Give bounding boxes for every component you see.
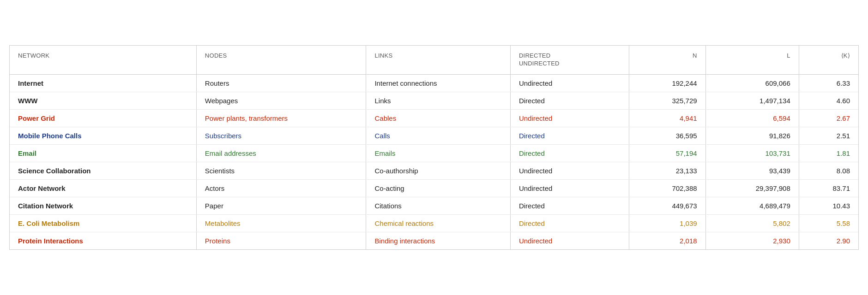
cell-directed: Undirected: [510, 232, 629, 249]
cell-nodes: Proteins: [196, 232, 366, 249]
cell-network: WWW: [10, 92, 196, 109]
cell-nodes: Scientists: [196, 162, 366, 179]
header-row: NETWORK NODES LINKS DIRECTED UNDIRECTED …: [10, 46, 858, 74]
cell-network: Protein Interactions: [10, 232, 196, 249]
cell-n: 325,729: [629, 92, 705, 109]
cell-links: Emails: [366, 144, 510, 162]
cell-k: 8.08: [799, 162, 858, 179]
cell-links: Co-acting: [366, 179, 510, 197]
cell-links: Co-authorship: [366, 162, 510, 179]
cell-directed: Undirected: [510, 162, 629, 179]
header-l: L: [705, 46, 799, 74]
header-nodes: NODES: [196, 46, 366, 74]
cell-nodes: Power plants, transformers: [196, 109, 366, 127]
cell-nodes: Email addresses: [196, 144, 366, 162]
cell-n: 702,388: [629, 179, 705, 197]
cell-k: 2.90: [799, 232, 858, 249]
cell-network: Internet: [10, 74, 196, 92]
cell-k: 2.67: [799, 109, 858, 127]
cell-l: 5,802: [705, 214, 799, 232]
cell-n: 36,595: [629, 127, 705, 144]
cell-directed: Undirected: [510, 179, 629, 197]
cell-n: 2,018: [629, 232, 705, 249]
cell-l: 91,826: [705, 127, 799, 144]
table-row: InternetRoutersInternet connectionsUndir…: [10, 74, 858, 92]
cell-l: 609,066: [705, 74, 799, 92]
cell-nodes: Routers: [196, 74, 366, 92]
cell-n: 192,244: [629, 74, 705, 92]
cell-directed: Directed: [510, 127, 629, 144]
cell-nodes: Subscribers: [196, 127, 366, 144]
cell-l: 4,689,479: [705, 197, 799, 214]
cell-network: Citation Network: [10, 197, 196, 214]
cell-k: 4.60: [799, 92, 858, 109]
cell-n: 57,194: [629, 144, 705, 162]
network-table-wrapper: NETWORK NODES LINKS DIRECTED UNDIRECTED …: [9, 45, 859, 250]
cell-directed: Undirected: [510, 109, 629, 127]
cell-network: Power Grid: [10, 109, 196, 127]
cell-nodes: Actors: [196, 179, 366, 197]
cell-links: Calls: [366, 127, 510, 144]
table-row: Science CollaborationScientistsCo-author…: [10, 162, 858, 179]
table-row: E. Coli MetabolismMetabolitesChemical re…: [10, 214, 858, 232]
cell-n: 449,673: [629, 197, 705, 214]
cell-k: 5.58: [799, 214, 858, 232]
cell-links: Internet connections: [366, 74, 510, 92]
table-row: WWWWebpagesLinksDirected325,7291,497,134…: [10, 92, 858, 109]
cell-directed: Directed: [510, 197, 629, 214]
cell-nodes: Webpages: [196, 92, 366, 109]
header-n: N: [629, 46, 705, 74]
cell-k: 83.71: [799, 179, 858, 197]
cell-l: 29,397,908: [705, 179, 799, 197]
cell-directed: Undirected: [510, 74, 629, 92]
cell-l: 1,497,134: [705, 92, 799, 109]
cell-l: 2,930: [705, 232, 799, 249]
cell-n: 1,039: [629, 214, 705, 232]
cell-k: 6.33: [799, 74, 858, 92]
cell-links: Cables: [366, 109, 510, 127]
cell-directed: Directed: [510, 92, 629, 109]
table-row: Power GridPower plants, transformersCabl…: [10, 109, 858, 127]
table-row: Mobile Phone CallsSubscribersCallsDirect…: [10, 127, 858, 144]
cell-directed: Directed: [510, 144, 629, 162]
cell-n: 23,133: [629, 162, 705, 179]
cell-nodes: Paper: [196, 197, 366, 214]
cell-network: Mobile Phone Calls: [10, 127, 196, 144]
cell-links: Binding interactions: [366, 232, 510, 249]
table-row: Actor NetworkActorsCo-actingUndirected70…: [10, 179, 858, 197]
cell-k: 2.51: [799, 127, 858, 144]
cell-directed: Directed: [510, 214, 629, 232]
cell-network: Science Collaboration: [10, 162, 196, 179]
cell-l: 6,594: [705, 109, 799, 127]
cell-n: 4,941: [629, 109, 705, 127]
cell-k: 1.81: [799, 144, 858, 162]
cell-network: E. Coli Metabolism: [10, 214, 196, 232]
cell-links: Chemical reactions: [366, 214, 510, 232]
header-k: ⟨k⟩: [799, 46, 858, 74]
network-table: NETWORK NODES LINKS DIRECTED UNDIRECTED …: [10, 46, 858, 249]
cell-network: Email: [10, 144, 196, 162]
header-directed: DIRECTED UNDIRECTED: [510, 46, 629, 74]
header-links: LINKS: [366, 46, 510, 74]
cell-k: 10.43: [799, 197, 858, 214]
cell-l: 93,439: [705, 162, 799, 179]
cell-nodes: Metabolites: [196, 214, 366, 232]
header-network: NETWORK: [10, 46, 196, 74]
table-row: Protein InteractionsProteinsBinding inte…: [10, 232, 858, 249]
cell-links: Citations: [366, 197, 510, 214]
table-body: InternetRoutersInternet connectionsUndir…: [10, 74, 858, 249]
table-row: EmailEmail addressesEmailsDirected57,194…: [10, 144, 858, 162]
cell-links: Links: [366, 92, 510, 109]
cell-network: Actor Network: [10, 179, 196, 197]
cell-l: 103,731: [705, 144, 799, 162]
table-row: Citation NetworkPaperCitationsDirected44…: [10, 197, 858, 214]
